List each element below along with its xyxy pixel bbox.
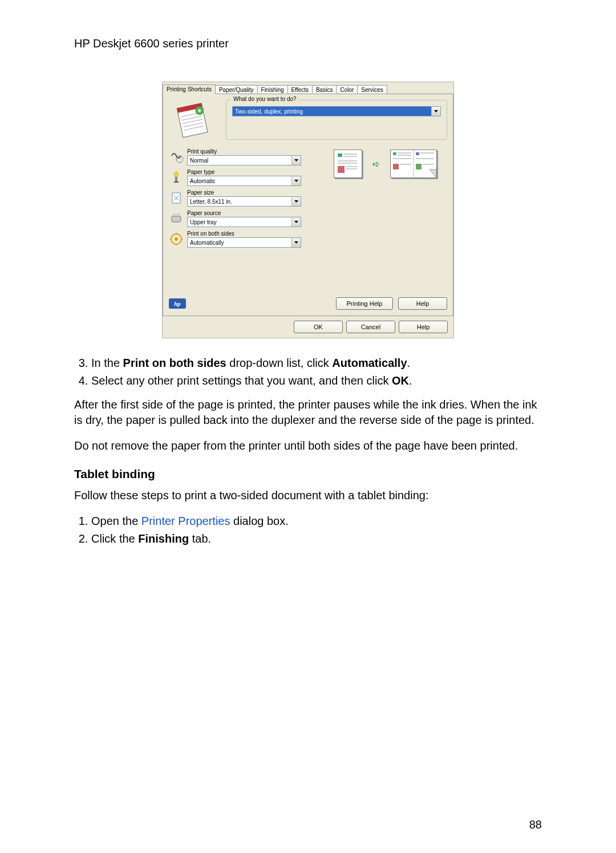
paper-size-value: Letter, 8.5x11 in. [188,199,234,205]
tb-step-1: Open the Printer Properties dialog box. [91,514,542,529]
page-number: 88 [529,818,542,831]
cancel-button[interactable]: Cancel [346,321,395,333]
svg-rect-13 [173,215,179,216]
paper-type-select[interactable]: Automatic [187,176,301,186]
svg-rect-22 [343,156,357,157]
chevron-down-icon [291,176,301,185]
svg-rect-31 [393,158,411,159]
tablet-binding-heading: Tablet binding [74,466,542,482]
ok-button[interactable]: OK [294,321,343,333]
svg-rect-20 [338,153,342,157]
what-do-legend: What do you want to do? [231,96,299,102]
duplex-preview: ➪ [323,149,447,178]
svg-rect-9 [175,177,177,181]
paper-type-icon [169,170,184,185]
print-quality-label: Print quality [187,148,311,155]
tab-paper-quality[interactable]: Paper/Quality [215,85,258,94]
chevron-down-icon [291,156,301,165]
duplex-select[interactable]: Automatically [187,237,301,248]
paragraph-2: Do not remove the paper from the printer… [74,438,542,454]
hp-logo-icon: hp [169,298,186,309]
chevron-down-icon [291,238,301,247]
svg-rect-36 [420,152,434,153]
help-button[interactable]: Help [398,297,447,310]
svg-rect-23 [338,160,357,161]
chevron-down-icon [431,107,440,116]
printer-properties-link[interactable]: Printer Properties [141,515,230,527]
instructions: In the Print on both sides drop-down lis… [74,355,542,547]
dialog-footer: OK Cancel Help [163,316,453,338]
paragraph-1: After the first side of the page is prin… [74,397,542,428]
paper-source-select[interactable]: Upper tray [187,217,301,227]
tab-color[interactable]: Color [336,85,358,94]
footer-help-button[interactable]: Help [399,321,448,333]
svg-rect-28 [393,152,396,155]
svg-rect-35 [416,152,419,155]
svg-rect-37 [416,158,434,159]
svg-rect-27 [346,168,357,169]
task-select-value: Two-sided, duplex, printing [233,108,305,115]
svg-rect-29 [398,152,411,153]
chevron-down-icon [291,217,301,227]
step-3: In the Print on both sides drop-down lis… [91,355,542,371]
svg-rect-33 [400,164,411,165]
tab-effects[interactable]: Effects [287,85,313,94]
duplex-icon [169,232,184,246]
paper-type-value: Automatic [188,178,217,184]
svg-rect-10 [174,181,179,183]
svg-point-15 [175,237,178,241]
svg-rect-38 [416,164,422,169]
svg-rect-26 [346,166,357,167]
page-header: HP Deskjet 6600 series printer [74,37,542,50]
paper-source-label: Paper source [187,210,311,216]
paragraph-3: Follow these steps to print a two-sided … [74,488,542,503]
paper-size-select[interactable]: Letter, 8.5x11 in. [187,196,301,207]
paper-size-icon [169,191,184,205]
svg-rect-12 [172,216,181,222]
task-select[interactable]: Two-sided, duplex, printing [232,106,441,116]
tab-printing-shortcuts[interactable]: Printing Shortcuts [163,84,216,94]
svg-rect-32 [393,164,399,169]
print-quality-icon [169,149,184,164]
tab-basics[interactable]: Basics [312,85,337,94]
task-icon [169,100,220,140]
duplex-label: Print on both sides [187,231,311,237]
paper-source-value: Upper tray [188,219,219,225]
arrow-right-icon: ➪ [372,159,380,169]
svg-rect-30 [398,155,411,156]
tab-finishing[interactable]: Finishing [257,85,288,94]
printer-properties-dialog: Printing Shortcuts Paper/Quality Finishi… [162,82,454,338]
svg-rect-24 [338,163,357,164]
paper-source-icon [169,211,184,226]
paper-size-label: Paper size [187,189,311,196]
svg-rect-39 [423,164,434,165]
print-quality-select[interactable]: Normal [187,155,301,165]
svg-rect-21 [343,153,357,155]
what-do-you-want-fieldset: What do you want to do? Two-sided, duple… [226,100,447,140]
tab-panel: What do you want to do? Two-sided, duple… [163,94,453,316]
tabstrip: Printing Shortcuts Paper/Quality Finishi… [163,82,453,94]
chevron-down-icon [291,197,301,206]
tab-services[interactable]: Services [357,85,387,94]
tb-step-2: Click the Finishing tab. [91,531,542,547]
print-quality-value: Normal [188,157,210,164]
step-4: Select any other print settings that you… [91,373,542,389]
paper-type-label: Paper type [187,169,311,175]
duplex-value: Automatically [188,240,226,246]
printing-help-button[interactable]: Printing Help [336,297,393,310]
svg-rect-25 [338,166,345,173]
